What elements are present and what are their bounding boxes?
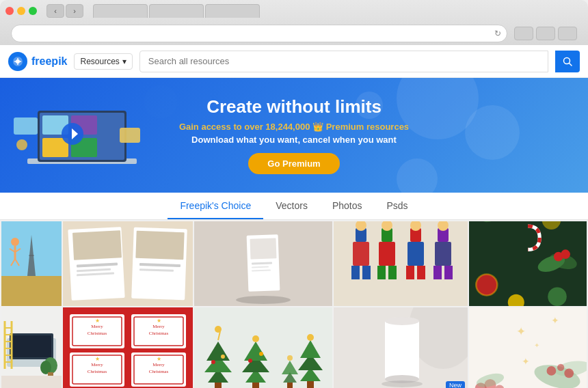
hero-laptop-graphic [14, 97, 137, 193]
resources-label: Resources [80, 57, 119, 66]
list-item[interactable]: New [334, 307, 468, 388]
svg-text:Christmas: Christmas [149, 331, 169, 336]
svg-text:Christmas: Christmas [88, 369, 107, 374]
list-item[interactable] [194, 221, 332, 306]
list-item[interactable] [194, 307, 332, 388]
svg-rect-28 [72, 230, 122, 260]
svg-point-124 [252, 335, 259, 342]
toolbar-btn-3[interactable] [558, 27, 577, 40]
list-item[interactable] [1, 307, 62, 388]
new-badge: New [446, 381, 465, 388]
svg-point-128 [287, 355, 293, 361]
browser-tab-1[interactable] [93, 4, 148, 18]
back-button[interactable]: ‹ [46, 4, 64, 18]
crown-icon: 👑 [312, 122, 326, 132]
svg-point-71 [561, 249, 570, 259]
search-button[interactable] [555, 51, 580, 72]
svg-text:Merry: Merry [152, 324, 165, 329]
close-button[interactable] [5, 7, 14, 15]
svg-rect-117 [215, 383, 222, 388]
svg-rect-12 [14, 117, 38, 135]
hero-subtitle-end: resources [366, 122, 409, 132]
svg-point-136 [248, 359, 252, 363]
hero-title: Create without limits [179, 96, 409, 117]
address-bar[interactable]: ↻ [11, 25, 507, 42]
svg-point-134 [211, 360, 215, 364]
svg-rect-79 [12, 335, 51, 357]
svg-rect-57 [417, 266, 425, 279]
svg-rect-132 [307, 381, 314, 388]
logo-text: freepik [31, 55, 67, 68]
list-item[interactable] [63, 221, 193, 306]
svg-rect-13 [120, 128, 140, 143]
maximize-button[interactable] [29, 7, 37, 15]
hero-text-block: Create without limits Gain access to ove… [179, 96, 409, 174]
svg-text:Christmas: Christmas [149, 369, 169, 374]
list-item[interactable]: Merry Christmas Merry Christmas Merry Ch… [63, 307, 193, 388]
list-item[interactable]: ✦ ✦ ✦ ✦ ✦ ✦ [469, 307, 587, 388]
hero-tagline: Download what you want, cancel when you … [179, 135, 409, 145]
tab-psds[interactable]: Psds [375, 193, 420, 219]
svg-text:✦: ✦ [516, 324, 526, 338]
go-premium-button[interactable]: Go Premium [248, 153, 339, 174]
reload-icon[interactable]: ↻ [494, 29, 501, 38]
svg-point-157 [557, 364, 564, 371]
svg-rect-140 [385, 321, 419, 379]
browser-tabs [93, 4, 260, 18]
premium-label: Premium [326, 122, 364, 132]
svg-point-133 [307, 334, 314, 341]
svg-rect-45 [353, 242, 369, 266]
chevron-down-icon: ▾ [122, 57, 126, 66]
svg-text:✦: ✦ [534, 307, 546, 309]
list-item[interactable] [469, 221, 587, 306]
hero-banner: Create without limits Gain access to ove… [0, 78, 588, 193]
svg-point-119 [215, 326, 222, 333]
tab-vectors[interactable]: Vectors [263, 193, 320, 219]
svg-text:Merry: Merry [152, 362, 165, 368]
search-input[interactable] [139, 51, 548, 72]
logo[interactable]: freepik [8, 52, 67, 71]
tab-photos[interactable]: Photos [320, 193, 375, 219]
content-tabs: Freepik's Choice Vectors Photos Psds [0, 193, 588, 220]
svg-rect-47 [362, 266, 371, 279]
svg-rect-62 [444, 266, 453, 279]
svg-line-2 [570, 63, 572, 66]
list-item[interactable] [1, 221, 62, 306]
list-item[interactable] [334, 221, 468, 306]
svg-rect-91 [1, 376, 62, 388]
address-bar-row: ↻ [5, 22, 583, 45]
svg-rect-55 [407, 242, 424, 266]
svg-text:★: ★ [95, 318, 100, 324]
svg-point-158 [564, 369, 574, 378]
svg-text:★: ★ [157, 356, 161, 362]
svg-rect-61 [433, 266, 442, 279]
svg-rect-127 [287, 383, 293, 388]
browser-tab-2[interactable] [149, 4, 204, 18]
hero-subtitle: Gain access to over 18,244,000 👑 Premium… [179, 122, 409, 132]
minimize-button[interactable] [17, 7, 25, 15]
image-grid: Merry Christmas Merry Christmas Merry Ch… [0, 220, 588, 388]
resources-dropdown[interactable]: Resources ▾ [74, 53, 132, 70]
svg-text:Christmas: Christmas [88, 331, 107, 336]
svg-point-36 [236, 296, 291, 304]
browser-tab-3[interactable] [205, 4, 260, 18]
svg-text:★: ★ [157, 318, 161, 324]
svg-rect-56 [406, 266, 414, 279]
svg-point-135 [221, 355, 225, 359]
svg-rect-123 [252, 383, 259, 388]
search-icon [562, 56, 573, 67]
svg-text:★: ★ [95, 356, 100, 362]
svg-rect-60 [435, 242, 451, 266]
forward-button[interactable]: › [66, 4, 83, 18]
svg-text:✦: ✦ [534, 342, 539, 349]
svg-text:Merry: Merry [91, 362, 103, 368]
svg-rect-50 [379, 242, 395, 266]
titlebar: ‹ › [5, 4, 583, 18]
toolbar-btn-1[interactable] [514, 27, 533, 40]
hero-subtitle-start: Gain access to over 18,244,000 [179, 122, 312, 132]
navbar: freepik Resources ▾ [0, 45, 588, 78]
svg-point-75 [548, 287, 567, 306]
toolbar-btn-2[interactable] [536, 27, 555, 40]
svg-text:Merry: Merry [91, 324, 103, 329]
tab-freepiks-choice[interactable]: Freepik's Choice [168, 193, 263, 219]
